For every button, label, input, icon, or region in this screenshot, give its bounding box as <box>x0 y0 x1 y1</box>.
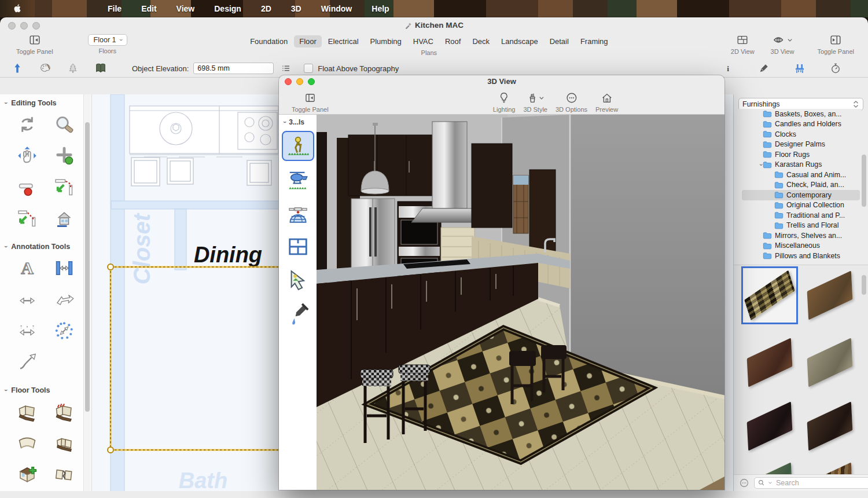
houselevel-tool[interactable] <box>52 207 77 230</box>
toggle-right-panel-button[interactable] <box>829 34 843 46</box>
enddim-tool[interactable] <box>14 288 40 311</box>
leader-tool[interactable] <box>14 350 40 374</box>
menu-2d[interactable]: 2D <box>261 4 271 13</box>
stopwatch-icon[interactable] <box>828 61 843 75</box>
tree-item-original-collection[interactable]: Original Collection <box>734 200 861 211</box>
lighting-button[interactable] <box>498 91 510 104</box>
curvedwall-tool[interactable] <box>14 431 40 455</box>
tree-item-mirrors-shelves-an[interactable]: Mirrors, Shelves an... <box>734 230 861 241</box>
floor-select-button[interactable]: Floor 1› <box>88 34 127 46</box>
title-bar[interactable]: Kitchen MAC <box>0 17 868 34</box>
menu-window[interactable]: Window <box>321 4 352 13</box>
ellipsis-filter-icon[interactable] <box>739 478 749 488</box>
viewer-title-bar[interactable]: 3D View <box>279 75 724 88</box>
3d-view-button[interactable] <box>772 34 793 46</box>
thumbnail-contemporary-patterned-rug[interactable] <box>741 266 798 324</box>
zoomtool-tool[interactable] <box>52 113 77 136</box>
list-options-icon[interactable] <box>278 61 293 75</box>
menu-help[interactable]: Help <box>372 4 389 13</box>
arrow-tool-icon[interactable] <box>10 61 25 75</box>
tree-item-clocks[interactable]: Clocks <box>734 129 861 140</box>
selection-handle[interactable] <box>108 264 113 270</box>
floorplan-camera-tool[interactable] <box>282 232 314 262</box>
toggle-left-panel-button[interactable] <box>28 34 42 46</box>
menu-edit[interactable]: Edit <box>141 4 156 13</box>
float-above-topography-checkbox[interactable] <box>304 64 313 73</box>
thumbnail-wood-striped-rug[interactable] <box>801 458 858 475</box>
tab-floor[interactable]: Floor <box>294 35 322 47</box>
tree-item-designer-palms[interactable]: Designer Palms <box>734 140 861 150</box>
tab-hvac[interactable]: HVAC <box>408 35 439 47</box>
palette-icon[interactable] <box>38 61 53 75</box>
chamfer-tool[interactable] <box>14 207 40 230</box>
viewer-toggle-panel-button[interactable] <box>303 91 317 104</box>
2d-view-button[interactable] <box>735 34 749 46</box>
rotate-tool[interactable] <box>14 113 40 136</box>
tab-electrical[interactable]: Electrical <box>323 35 364 47</box>
preview-button[interactable] <box>601 91 613 104</box>
tree-item-miscellaneous[interactable]: Miscellaneous <box>734 241 861 251</box>
section-editing-tools[interactable]: ›Editing Tools <box>0 94 91 109</box>
tree-item-check-plaid-an[interactable]: Check, Plaid, an... <box>734 180 861 191</box>
add-tool[interactable] <box>52 144 77 167</box>
selectarrow-camera-tool[interactable] <box>282 265 314 295</box>
object-elevation-input[interactable] <box>193 63 274 74</box>
tree-scrollbar[interactable] <box>861 113 867 265</box>
interiordim-tool[interactable] <box>52 257 77 280</box>
furniture-chair-icon[interactable] <box>792 61 807 75</box>
menu-file[interactable]: File <box>108 4 122 13</box>
autodim-tool[interactable] <box>52 319 77 342</box>
section-floor-tools[interactable]: ›Floor Tools <box>0 382 91 397</box>
tab-landscape[interactable]: Landscape <box>496 35 543 47</box>
tab-framing[interactable]: Framing <box>575 35 613 47</box>
texttool-tool[interactable]: A <box>14 257 40 280</box>
3d-options-button[interactable] <box>565 91 578 104</box>
thumbs-scrollbar[interactable] <box>861 268 867 338</box>
book-icon[interactable] <box>93 61 108 75</box>
camera-tools-header[interactable]: ›3...ls <box>279 115 317 129</box>
tab-detail[interactable]: Detail <box>545 35 574 47</box>
pen-tool-icon[interactable] <box>756 61 771 75</box>
angledim-tool[interactable] <box>52 288 77 311</box>
info-icon[interactable]: i <box>720 61 735 75</box>
thumbnail-brown-rug[interactable] <box>801 266 858 324</box>
apple-menu-icon[interactable] <box>13 3 23 13</box>
menu-view[interactable]: View <box>176 4 195 13</box>
halfwall-tool[interactable] <box>52 431 77 455</box>
tab-foundation[interactable]: Foundation <box>245 35 293 47</box>
selection-handle[interactable] <box>108 447 113 453</box>
thumbnail-maroon-rug[interactable] <box>741 334 798 391</box>
thumbnail-espresso-rug[interactable] <box>801 397 858 455</box>
library-search-input[interactable] <box>775 478 868 488</box>
wall-tool[interactable] <box>14 400 40 423</box>
tab-deck[interactable]: Deck <box>467 35 495 47</box>
remove-tool[interactable] <box>14 175 40 199</box>
thumbnail-olive-gray-rug[interactable] <box>801 334 858 391</box>
tab-plumbing[interactable]: Plumbing <box>365 35 407 47</box>
menu-design[interactable]: Design <box>214 4 241 13</box>
tree-item-candles-and-holders[interactable]: Candles and Holders <box>734 119 861 130</box>
menu-3d[interactable]: 3D <box>291 4 301 13</box>
section-annotation-tools[interactable]: ›Annotation Tools <box>0 238 91 253</box>
fillet-tool[interactable] <box>52 175 77 199</box>
dome-camera-tool[interactable] <box>282 198 314 228</box>
breakwall-tool[interactable] <box>52 463 77 486</box>
render-viewport[interactable] <box>317 115 724 490</box>
addfloor-tool[interactable] <box>14 463 40 486</box>
eyedropper-camera-tool[interactable] <box>282 299 314 329</box>
tree-item-floor-rugs[interactable]: Floor Rugs <box>734 149 861 160</box>
tree-item-baskets-boxes-an[interactable]: Baskets, Boxes, an... <box>734 109 861 119</box>
tree-item-pillows-and-blankets[interactable]: Pillows and Blankets <box>734 251 861 261</box>
tree-item-traditional-and-p[interactable]: Traditional and P... <box>734 210 861 221</box>
pan-tool[interactable] <box>14 144 40 167</box>
tree-item-casual-and-anim[interactable]: Casual and Anim... <box>734 170 861 180</box>
thumbnail-green-mottled-rug[interactable] <box>741 458 798 475</box>
tree-icon[interactable] <box>65 61 80 75</box>
manualdim-tool[interactable] <box>14 319 40 342</box>
tree-item-trellis-and-floral[interactable]: Trellis and Floral <box>734 221 861 231</box>
tree-item-karastan-rugs[interactable]: ›Karastan Rugs <box>734 160 861 170</box>
helicopter-camera-tool[interactable] <box>282 164 314 195</box>
tab-roof[interactable]: Roof <box>440 35 466 47</box>
sidebar-scrollbar[interactable] <box>83 94 91 491</box>
walk-camera-tool[interactable] <box>282 131 314 161</box>
